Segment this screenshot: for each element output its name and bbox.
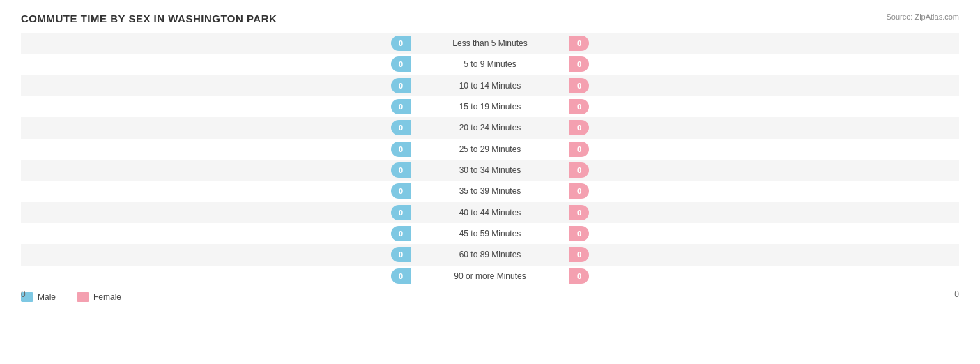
rows-container: 0 Less than 5 Minutes 0 0 5 to 9 Minutes… bbox=[21, 33, 959, 287]
right-side: 0 bbox=[567, 78, 959, 93]
row-label: 35 to 39 Minutes bbox=[413, 186, 567, 196]
right-side: 0 bbox=[567, 205, 959, 220]
row-label: 5 to 9 Minutes bbox=[413, 59, 567, 69]
bar-row: 0 5 to 9 Minutes 0 bbox=[21, 54, 959, 75]
row-label: 20 to 24 Minutes bbox=[413, 123, 567, 132]
bar-male: 0 bbox=[391, 205, 411, 220]
bar-female: 0 bbox=[569, 268, 589, 284]
left-side: 0 bbox=[21, 99, 413, 114]
bar-female: 0 bbox=[569, 142, 589, 157]
bar-row: 0 10 to 14 Minutes 0 bbox=[21, 75, 959, 96]
axis-right-value: 0 bbox=[954, 289, 959, 299]
bar-row: 0 60 to 89 Minutes 0 bbox=[21, 244, 959, 265]
bar-female: 0 bbox=[569, 56, 589, 72]
left-side: 0 bbox=[21, 226, 413, 241]
bar-female: 0 bbox=[569, 183, 589, 199]
row-label: 45 to 59 Minutes bbox=[413, 229, 567, 238]
right-side: 0 bbox=[567, 56, 959, 72]
left-side: 0 bbox=[21, 142, 413, 157]
row-label: 60 to 89 Minutes bbox=[413, 250, 567, 259]
left-side: 0 bbox=[21, 78, 413, 93]
bar-female: 0 bbox=[569, 78, 589, 93]
chart-area: 0 Less than 5 Minutes 0 0 5 to 9 Minutes… bbox=[21, 33, 959, 308]
bar-row: 0 40 to 44 Minutes 0 bbox=[21, 202, 959, 223]
right-side: 0 bbox=[567, 36, 959, 51]
bar-female: 0 bbox=[569, 120, 589, 135]
chart-title: COMMUTE TIME BY SEX IN WASHINGTON PARK bbox=[21, 13, 959, 24]
bar-male: 0 bbox=[391, 78, 411, 93]
row-label: 90 or more Minutes bbox=[413, 271, 567, 281]
row-label: 10 to 14 Minutes bbox=[413, 81, 567, 91]
bar-male: 0 bbox=[391, 120, 411, 135]
left-side: 0 bbox=[21, 205, 413, 220]
axis-left-value: 0 bbox=[21, 289, 26, 299]
row-label: 30 to 34 Minutes bbox=[413, 165, 567, 175]
chart-container: COMMUTE TIME BY SEX IN WASHINGTON PARK S… bbox=[0, 0, 980, 364]
legend-male: Male bbox=[21, 292, 56, 302]
right-side: 0 bbox=[567, 99, 959, 114]
right-side: 0 bbox=[567, 142, 959, 157]
bar-row: 0 45 to 59 Minutes 0 bbox=[21, 223, 959, 244]
bar-male: 0 bbox=[391, 268, 411, 284]
bar-female: 0 bbox=[569, 162, 589, 178]
bar-male: 0 bbox=[391, 226, 411, 241]
bar-male: 0 bbox=[391, 36, 411, 51]
right-side: 0 bbox=[567, 268, 959, 284]
left-side: 0 bbox=[21, 36, 413, 51]
left-side: 0 bbox=[21, 56, 413, 72]
right-side: 0 bbox=[567, 162, 959, 178]
right-side: 0 bbox=[567, 226, 959, 241]
bar-row: 0 30 to 34 Minutes 0 bbox=[21, 160, 959, 181]
bar-male: 0 bbox=[391, 56, 411, 72]
legend-female-label: Female bbox=[93, 292, 121, 302]
bar-male: 0 bbox=[391, 162, 411, 178]
bar-row: 0 90 or more Minutes 0 bbox=[21, 266, 959, 287]
right-side: 0 bbox=[567, 120, 959, 135]
bar-female: 0 bbox=[569, 205, 589, 220]
bar-row: 0 25 to 29 Minutes 0 bbox=[21, 139, 959, 160]
legend-male-label: Male bbox=[38, 292, 56, 302]
row-label: Less than 5 Minutes bbox=[413, 38, 567, 48]
bar-row: 0 15 to 19 Minutes 0 bbox=[21, 96, 959, 117]
bar-female: 0 bbox=[569, 226, 589, 241]
row-label: 25 to 29 Minutes bbox=[413, 144, 567, 154]
bar-male: 0 bbox=[391, 142, 411, 157]
row-label: 40 to 44 Minutes bbox=[413, 208, 567, 218]
left-side: 0 bbox=[21, 247, 413, 262]
bar-male: 0 bbox=[391, 99, 411, 114]
legend: Male Female bbox=[21, 292, 121, 302]
legend-female-color bbox=[77, 292, 89, 302]
left-side: 0 bbox=[21, 183, 413, 199]
bar-male: 0 bbox=[391, 183, 411, 199]
bar-row: 0 35 to 39 Minutes 0 bbox=[21, 181, 959, 202]
bar-male: 0 bbox=[391, 247, 411, 262]
axis-bottom: 0 Male Female 0 bbox=[21, 287, 959, 305]
bar-female: 0 bbox=[569, 36, 589, 51]
row-label: 15 to 19 Minutes bbox=[413, 102, 567, 112]
source-text: Source: ZipAtlas.com bbox=[886, 13, 959, 21]
bar-row: 0 20 to 24 Minutes 0 bbox=[21, 117, 959, 138]
bar-row: 0 Less than 5 Minutes 0 bbox=[21, 33, 959, 54]
left-side: 0 bbox=[21, 120, 413, 135]
legend-female: Female bbox=[77, 292, 121, 302]
bar-female: 0 bbox=[569, 99, 589, 114]
right-side: 0 bbox=[567, 247, 959, 262]
left-side: 0 bbox=[21, 268, 413, 284]
left-side: 0 bbox=[21, 162, 413, 178]
bar-female: 0 bbox=[569, 247, 589, 262]
right-side: 0 bbox=[567, 183, 959, 199]
